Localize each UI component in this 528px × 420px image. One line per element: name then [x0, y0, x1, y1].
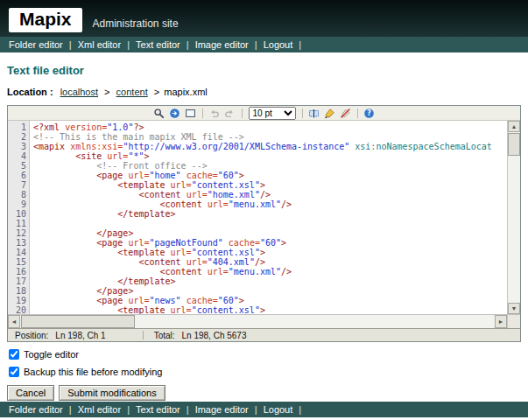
nav-separator: | — [69, 39, 72, 50]
vertical-scroll-thumb[interactable] — [508, 133, 520, 156]
line-number: 5 — [8, 161, 26, 171]
code-line: <content url="home.xml"/> — [33, 190, 507, 200]
code-line: <page url="home" cache="60"> — [33, 171, 507, 180]
line-number: 20 — [8, 305, 26, 314]
line-number: 19 — [8, 296, 26, 305]
go-to-line-icon[interactable] — [168, 107, 182, 120]
code-line: <template url="content.xsl"> — [33, 305, 507, 314]
footer-nav-folder-editor[interactable]: Folder editor — [9, 404, 63, 415]
line-number: 6 — [8, 171, 26, 180]
backup-file-label: Backup this file before modifying — [24, 367, 162, 377]
code-area[interactable]: <?xml version="1.0"?><!-- This is the ma… — [30, 121, 507, 314]
line-number: 11 — [8, 219, 26, 228]
nav-separator: | — [187, 39, 189, 50]
breadcrumb-localhost[interactable]: localhost — [60, 87, 98, 97]
line-number: 1 — [8, 122, 26, 132]
line-number: 18 — [8, 286, 26, 296]
breadcrumb-content[interactable]: content — [116, 87, 148, 97]
location-label: Location : — [7, 87, 53, 97]
undo-icon[interactable] — [208, 107, 222, 120]
code-line: <template url="content.xsl"> — [33, 248, 507, 257]
code-line: </page> — [33, 228, 507, 238]
backup-file-checkbox[interactable] — [9, 367, 19, 377]
total-value: Ln 198, Ch 5673 — [182, 331, 247, 340]
footer-nav-logout[interactable]: Logout — [264, 404, 293, 415]
font-size-select[interactable]: 10 pt — [249, 107, 296, 120]
position-value: Ln 198, Ch 1 — [55, 331, 105, 340]
code-line: <site url="*"> — [33, 151, 507, 161]
nav-folder-editor[interactable]: Folder editor — [9, 39, 63, 50]
toggle-editor-label: Toggle editor — [24, 349, 79, 360]
scroll-right-icon[interactable]: ► — [495, 315, 507, 328]
footer-nav-separator: | — [187, 404, 189, 415]
redo-icon[interactable] — [223, 107, 237, 120]
scroll-up-icon[interactable]: ▲ — [508, 121, 520, 132]
help-icon[interactable]: ? — [363, 107, 377, 120]
toolbar-divider — [357, 108, 358, 118]
footer-nav-image-editor[interactable]: Image editor — [195, 404, 249, 415]
code-line: <!-- Front office --> — [33, 161, 507, 171]
smooth-selection-icon[interactable] — [307, 107, 321, 120]
toolbar-divider — [202, 108, 203, 118]
form-actions: Cancel Submit modifications — [7, 385, 521, 401]
footer-nav-separator: | — [255, 404, 257, 415]
toggle-editor-checkbox[interactable] — [9, 349, 19, 360]
scroll-down-icon[interactable]: ▼ — [508, 303, 520, 314]
footer-nav-separator: | — [299, 404, 301, 415]
toolbar-divider — [242, 108, 243, 118]
text-editor: 10 pt ? 123456789101112131415161718 — [7, 105, 521, 342]
horizontal-scroll-thumb[interactable] — [21, 315, 135, 328]
breadcrumb-separator: > — [154, 87, 159, 97]
footer-nav-xml-editor[interactable]: Xml editor — [78, 404, 122, 415]
fullscreen-icon[interactable] — [184, 107, 198, 120]
code-line: <page url="pageNotFound" cache="60"> — [33, 238, 507, 248]
line-number: 16 — [8, 267, 26, 276]
nav-separator: | — [299, 39, 301, 50]
header: Mapix Administration site — [0, 0, 528, 37]
nav-logout[interactable]: Logout — [264, 39, 293, 50]
scroll-left-icon[interactable]: ◄ — [8, 315, 20, 328]
footer-nav-text-editor[interactable]: Text editor — [136, 404, 180, 415]
code-line: <mapix xmlns:xsi="http://www.w3.org/2001… — [33, 142, 507, 151]
main-content: Text file editor Location : localhost > … — [0, 52, 528, 401]
nav-separator: | — [255, 39, 257, 50]
cancel-button[interactable]: Cancel — [7, 385, 54, 401]
editor-status-bar: Position: Ln 198, Ch 1 Total: Ln 198, Ch… — [8, 328, 520, 341]
search-icon[interactable] — [152, 107, 166, 120]
site-subtitle: Administration site — [93, 18, 179, 30]
status-divider — [143, 331, 144, 340]
mapix-logo[interactable]: Mapix — [9, 8, 82, 32]
code-line — [33, 219, 507, 228]
backup-file-row: Backup this file before modifying — [9, 367, 521, 377]
footer-nav-separator: | — [127, 404, 130, 415]
code-line: <content url="404.xml"/> — [33, 257, 507, 267]
editor-toolbar: 10 pt ? — [8, 106, 520, 121]
breadcrumb-current-file: mapix.xml — [164, 87, 208, 97]
footer-nav: Folder editor | Xml editor | Text editor… — [0, 402, 528, 417]
nav-xml-editor[interactable]: Xml editor — [78, 39, 122, 50]
line-number-gutter: 123456789101112131415161718192021 — [8, 121, 30, 314]
footer-nav-separator: | — [69, 404, 72, 415]
line-number: 9 — [8, 200, 26, 209]
vertical-scrollbar[interactable]: ▲ ▼ — [507, 121, 520, 314]
horizontal-scroll-track[interactable] — [20, 315, 495, 328]
code-editor-area: 123456789101112131415161718192021 <?xml … — [8, 121, 520, 315]
breadcrumb-separator: > — [104, 87, 109, 97]
vertical-scroll-track[interactable] — [508, 132, 520, 303]
line-number: 3 — [8, 142, 26, 151]
code-line: <page url="news" cache="60"> — [33, 296, 507, 305]
code-line: <content url="menu.xml"/> — [33, 267, 507, 276]
horizontal-scrollbar[interactable]: ◄ ► — [8, 315, 507, 328]
nav-separator: | — [127, 39, 130, 50]
code-line: </template> — [33, 276, 507, 286]
submit-modifications-button[interactable]: Submit modifications — [59, 385, 165, 401]
reset-highlight-icon[interactable] — [339, 107, 353, 120]
nav-image-editor[interactable]: Image editor — [195, 39, 249, 50]
total-label: Total: — [154, 331, 175, 340]
top-nav: Folder editor | Xml editor | Text editor… — [0, 37, 528, 52]
scrollbar-corner — [507, 315, 520, 328]
highlight-icon[interactable] — [323, 107, 337, 120]
breadcrumb: Location : localhost > content > mapix.x… — [7, 87, 521, 97]
nav-text-editor[interactable]: Text editor — [136, 39, 180, 50]
line-number: 8 — [8, 190, 26, 200]
